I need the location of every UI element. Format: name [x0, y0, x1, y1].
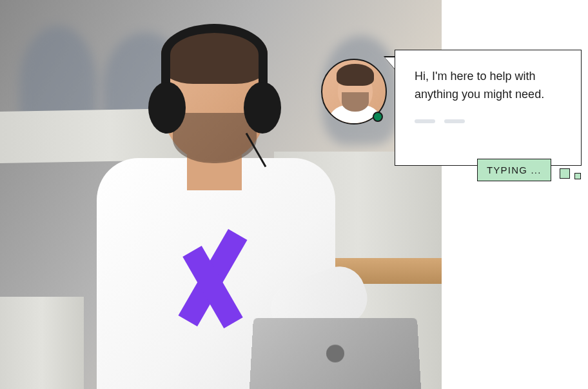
- headset-earcup: [148, 82, 186, 134]
- avatar-beard: [342, 92, 369, 112]
- typing-status-badge: TYPING ...: [477, 159, 551, 181]
- cubicle-partition: [0, 297, 84, 389]
- beard: [173, 113, 257, 163]
- chat-message-text: Hi, I'm here to help with anything you m…: [415, 68, 562, 104]
- headset-earcup: [244, 82, 281, 134]
- decorative-box-icon: [574, 173, 581, 179]
- chat-bubble: Hi, I'm here to help with anything you m…: [395, 50, 582, 166]
- typing-placeholder: [415, 119, 562, 123]
- presence-indicator-icon: [373, 112, 383, 122]
- decorative-box-icon: [560, 168, 570, 179]
- dash-icon: [444, 119, 465, 123]
- dash-icon: [415, 119, 435, 123]
- laptop-icon: [250, 318, 421, 389]
- headset-icon: [161, 24, 268, 85]
- avatar-hair: [337, 64, 374, 86]
- support-agent-photo: [0, 0, 442, 389]
- brand-logo-icon: [171, 229, 255, 326]
